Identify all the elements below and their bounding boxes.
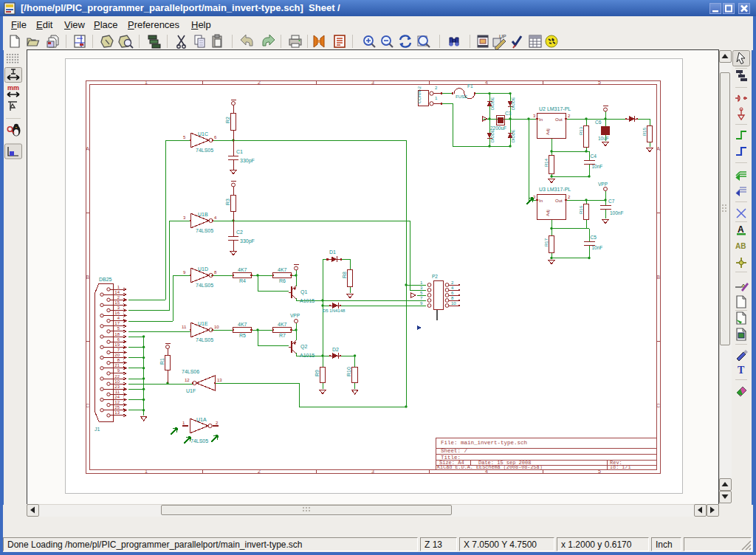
svg-text:C7: C7 xyxy=(608,199,615,204)
svg-text:4K7: 4K7 xyxy=(238,267,247,272)
svg-text:DIODE: DIODE xyxy=(511,129,515,142)
svg-text:25: 25 xyxy=(114,405,120,410)
svg-text:A: A xyxy=(738,224,744,235)
svg-text:mm: mm xyxy=(7,84,19,92)
svg-text:A1015: A1015 xyxy=(300,298,315,303)
svg-text:4K7: 4K7 xyxy=(278,322,287,327)
svg-text:4: 4 xyxy=(485,80,488,85)
svg-text:330pF: 330pF xyxy=(240,238,255,244)
svg-text:18: 18 xyxy=(114,332,120,337)
svg-text:FUSE: FUSE xyxy=(456,94,467,99)
svg-text:DB25: DB25 xyxy=(99,277,112,282)
svg-text:Q2: Q2 xyxy=(300,344,307,350)
svg-text:74LS05: 74LS05 xyxy=(196,283,213,288)
svg-text:R16: R16 xyxy=(579,205,583,214)
svg-text:A: A xyxy=(656,146,660,151)
svg-text:R17: R17 xyxy=(544,238,549,247)
svg-text:10nF: 10nF xyxy=(592,245,603,250)
svg-text:13: 13 xyxy=(114,410,120,415)
svg-text:11: 11 xyxy=(182,325,187,329)
svg-text:R10: R10 xyxy=(346,367,351,376)
svg-text:74LS05: 74LS05 xyxy=(196,337,213,342)
svg-text:14: 14 xyxy=(114,290,120,294)
svg-text:U1E: U1E xyxy=(198,321,208,326)
svg-text:3: 3 xyxy=(371,469,374,474)
svg-text:2: 2 xyxy=(258,469,261,474)
svg-text:R1: R1 xyxy=(159,358,165,365)
svg-text:J1: J1 xyxy=(94,427,100,432)
svg-text:B: B xyxy=(656,275,660,280)
svg-text:Q1: Q1 xyxy=(300,289,307,295)
svg-text:In: In xyxy=(539,117,543,122)
svg-text:Adj: Adj xyxy=(546,210,550,216)
svg-text:Sheet: /: Sheet: / xyxy=(441,448,468,454)
svg-text:2: 2 xyxy=(258,80,261,85)
svg-text:C3: C3 xyxy=(505,111,512,116)
svg-text:1: 1 xyxy=(145,469,148,474)
svg-text:U1A: U1A xyxy=(196,417,207,422)
svg-text:T: T xyxy=(738,365,745,376)
svg-text:74LS05: 74LS05 xyxy=(196,148,213,153)
svg-text:R5: R5 xyxy=(239,333,246,338)
svg-text:A: A xyxy=(86,146,89,151)
svg-text:R8: R8 xyxy=(342,272,347,278)
svg-text:C5: C5 xyxy=(591,235,597,240)
svg-text:1: 1 xyxy=(145,80,148,85)
svg-text:74LS06: 74LS06 xyxy=(182,369,199,374)
svg-text:330pF: 330pF xyxy=(240,158,255,164)
svg-text:4K7: 4K7 xyxy=(238,322,247,327)
svg-text:R15: R15 xyxy=(642,127,647,136)
svg-text:R14: R14 xyxy=(544,158,549,167)
svg-text:A1015: A1015 xyxy=(300,353,315,358)
svg-text:23: 23 xyxy=(114,385,120,389)
svg-text:C2: C2 xyxy=(236,230,243,235)
svg-text:100nF: 100nF xyxy=(610,210,623,216)
svg-text:C4: C4 xyxy=(591,154,597,159)
svg-text:R7: R7 xyxy=(279,333,286,338)
svg-text:10uF: 10uF xyxy=(598,136,609,141)
svg-text:CONN-2: CONN-2 xyxy=(417,86,422,103)
svg-text:Id: 1/1: Id: 1/1 xyxy=(610,464,631,470)
svg-text:D1: D1 xyxy=(329,249,336,255)
svg-text:R6: R6 xyxy=(279,278,286,283)
svg-text:4K7: 4K7 xyxy=(278,267,287,272)
svg-text:Out: Out xyxy=(555,199,563,203)
svg-text:DIODE: DIODE xyxy=(490,129,495,142)
svg-text:P2: P2 xyxy=(432,274,438,279)
svg-text:12: 12 xyxy=(114,400,120,404)
svg-text:B: B xyxy=(86,275,89,280)
svg-text:In: In xyxy=(539,199,543,203)
svg-text:24: 24 xyxy=(114,395,120,399)
svg-text:D5 1N4148: D5 1N4148 xyxy=(323,308,346,313)
svg-text:R13: R13 xyxy=(579,126,583,135)
svg-text:19: 19 xyxy=(114,342,120,347)
svg-text:U1C: U1C xyxy=(198,131,208,137)
svg-text:U1B: U1B xyxy=(198,212,208,217)
svg-text:11: 11 xyxy=(115,390,120,394)
svg-text:15: 15 xyxy=(114,300,120,305)
svg-text:74LS05: 74LS05 xyxy=(190,438,208,444)
svg-text:U2 LM317-PL: U2 LM317-PL xyxy=(539,106,571,111)
svg-text:AB: AB xyxy=(735,242,746,250)
svg-text:D2: D2 xyxy=(332,347,339,352)
svg-text:3: 3 xyxy=(371,80,374,85)
svg-text:10nF: 10nF xyxy=(592,164,603,169)
svg-text:5: 5 xyxy=(598,80,601,85)
svg-text:C1: C1 xyxy=(236,149,243,154)
svg-text:10: 10 xyxy=(114,379,120,384)
svg-text:22: 22 xyxy=(114,374,120,379)
svg-text:UP: UP xyxy=(499,34,506,39)
svg-text:U1F: U1F xyxy=(186,388,196,393)
svg-text:DIODE: DIODE xyxy=(511,97,515,110)
svg-text:17: 17 xyxy=(114,321,120,325)
svg-text:74LS05: 74LS05 xyxy=(196,228,213,233)
svg-text:Adj: Adj xyxy=(546,128,550,135)
svg-text:10: 10 xyxy=(451,301,456,306)
svg-text:21: 21 xyxy=(114,363,120,368)
svg-text:File: main_invert-type.sch: File: main_invert-type.sch xyxy=(441,440,527,446)
svg-text:VPP: VPP xyxy=(290,313,300,318)
svg-text:R4: R4 xyxy=(239,278,246,283)
svg-text:Out: Out xyxy=(555,117,563,122)
svg-text:KiCad E.D.A. EESchema (2008-0: KiCad E.D.A. EESchema (2008-08-25a) xyxy=(437,464,543,470)
svg-text:C: C xyxy=(656,403,660,408)
